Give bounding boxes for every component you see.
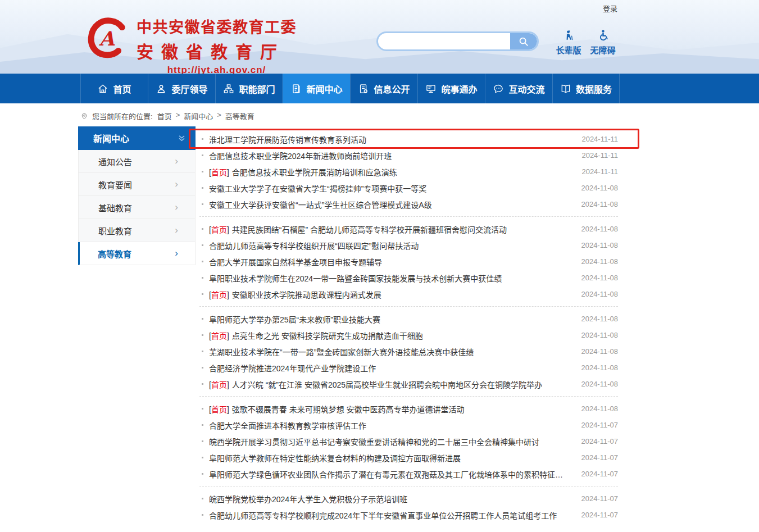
news-date: 2024-11-07 [570,511,618,519]
sidebar-item-1[interactable]: 教育要闻› [78,173,196,196]
news-date: 2024-11-08 [570,347,618,356]
front-page-tag: [首页] [209,289,229,300]
accessibility-button[interactable]: 无障碍 [585,28,620,56]
nav-item-1[interactable]: 委厅领导 [148,74,215,103]
tag-close-bracket: ] [227,331,229,340]
news-date: 2024-11-08 [570,290,618,298]
news-list: 淮北理工学院开展防范传销宣传教育系列活动2024-11-11合肥信息技术职业学院… [199,126,618,527]
news-title[interactable]: 皖西学院党校举办2024年大学生入党积极分子示范培训班 [209,493,407,504]
news-group-2: 阜阳师范大学举办第25届“未来教师”职业技能大赛2024-11-08[首页]点亮… [199,306,618,396]
news-title[interactable]: 合肥幼儿师范高等专科学校组织开展“四联四定”慰问帮扶活动 [209,240,419,251]
sidebar-header[interactable]: 新闻中心 [78,126,196,150]
news-item[interactable]: 合肥大学全面推进本科教育教学审核评估工作2024-11-07 [199,417,618,433]
news-title[interactable]: 芜湖职业技术学院在“一带一路”暨金砖国家创新大赛外语技能总决赛中获佳绩 [209,346,474,357]
news-item[interactable]: [首页]合肥信息技术职业学院开展消防培训和应急演练2024-11-11 [199,163,618,180]
news-item[interactable]: [首页]安徽职业技术学院推动思政课程内涵式发展2024-11-08 [199,286,618,302]
org-title-line1: 中共安徽省委教育工委 [137,15,297,37]
login-link[interactable]: 登录 [603,3,617,13]
news-item[interactable]: 安徽工业大学获评安徽省“一站式”学生社区综合管理模式建设A级2024-11-08 [199,196,618,212]
news-date: 2024-11-08 [570,184,618,192]
wheelchair-icon [585,28,620,42]
news-title[interactable]: 合肥信息技术职业学院2024年新进教师岗前培训开班 [209,150,392,161]
news-item[interactable]: 合肥经济学院推进2024年现代产业学院建设工作2024-11-08 [199,360,618,376]
news-title[interactable]: 合肥信息技术职业学院开展消防培训和应急演练 [232,166,397,178]
news-item[interactable]: 阜阳师范大学举办第25届“未来教师”职业技能大赛2024-11-08 [199,311,618,327]
news-title[interactable]: 皖西学院开展学习贯彻习近平总书记考察安徽重要讲话精神和党的二十届三中全会精神集中… [209,436,539,447]
breadcrumb-separator: > [217,111,221,121]
search-button[interactable] [510,33,537,49]
news-title[interactable]: 弦歌不辍展青春 未来可期筑梦想 安徽中医药高专举办道德讲堂活动 [232,403,465,415]
elder-version-button[interactable]: 长辈版 [551,28,586,56]
breadcrumb-item-2[interactable]: 高等教育 [225,111,254,121]
news-title[interactable]: 淮北理工学院开展防范传销宣传教育系列活动 [209,134,366,145]
news-item[interactable]: 合肥幼儿师范高等专科学校组织开展“四联四定”慰问帮扶活动2024-11-08 [199,237,618,253]
nav-item-5[interactable]: 皖事通办 [417,74,485,103]
news-title[interactable]: 阜阳师范大学教师在特定性能纳米复合材料的构建及调控方面取得新进展 [209,452,461,463]
news-doc-icon [290,83,302,94]
nav-item-6[interactable]: 互动交流 [485,74,552,103]
chevron-right-icon: › [175,156,178,167]
news-item[interactable]: 阜阳师范大学教师在特定性能纳米复合材料的构建及调控方面取得新进展2024-11-… [199,449,618,466]
info-doc-icon [358,83,369,94]
news-item[interactable]: 安徽工业大学学子在安徽省大学生“揭榜挂帅”专项赛中获一等奖2024-11-08 [199,180,618,196]
tag-close-bracket: ] [227,405,229,414]
sidebar-item-4[interactable]: 高等教育› [78,242,196,265]
nav-item-2[interactable]: 职能部门 [215,74,283,103]
news-title[interactable]: 合肥经济学院推进2024年现代产业学院建设工作 [209,362,376,374]
bullet-dot [202,203,203,205]
news-title[interactable]: 安徽工业大学获评安徽省“一站式”学生社区综合管理模式建设A级 [209,199,432,210]
news-title[interactable]: 合肥大学开展国家自然科学基金项目申报专题辅导 [209,256,382,267]
bullet-dot [202,261,203,262]
news-item[interactable]: 合肥大学开展国家自然科学基金项目申报专题辅导2024-11-08 [199,253,618,270]
bullet-dot [202,457,203,458]
news-title[interactable]: 安徽工业大学学子在安徽省大学生“揭榜挂帅”专项赛中获一等奖 [209,183,426,194]
news-item[interactable]: 合肥信息技术职业学院2024年新进教师岗前培训开班2024-11-11 [199,147,618,163]
news-item[interactable]: 皖西学院开展学习贯彻习近平总书记考察安徽重要讲话精神和党的二十届三中全会精神集中… [199,433,618,449]
news-title[interactable]: 点亮生命之光 安徽科技学院研究生成功捐献造血干细胞 [232,330,423,341]
breadcrumb-item-0[interactable]: 首页 [157,111,172,121]
sidebar-title: 新闻中心 [93,131,129,145]
svg-text:A: A [99,27,116,50]
news-item[interactable]: [首页]共建民族团结“石榴屋” 合肥幼儿师范高等专科学校开展新疆班宿舍慰问交流活… [199,221,618,237]
search-input[interactable] [378,33,510,49]
nav-item-0[interactable]: 首页 [80,74,148,103]
breadcrumb-item-1[interactable]: 新闻中心 [184,111,213,121]
news-item[interactable]: [首页]点亮生命之光 安徽科技学院研究生成功捐献造血干细胞2024-11-08 [199,327,618,343]
bullet-dot [202,171,203,172]
news-title[interactable]: 合肥幼儿师范高等专科学校顺利完成2024年下半年安徽省直事业单位公开招聘工作人员… [209,510,557,521]
bullet-dot [202,138,203,140]
nav-item-7[interactable]: 数据服务 [552,74,620,103]
site-logo-icon: A [83,15,130,60]
search-bar [376,31,539,51]
nav-item-label: 新闻中心 [306,82,342,96]
bullet-dot [202,383,203,385]
news-item[interactable]: [首页]弦歌不辍展青春 未来可期筑梦想 安徽中医药高专举办道德讲堂活动2024-… [199,401,618,417]
news-item[interactable]: 淮北理工学院开展防范传销宣传教育系列活动2024-11-11 [199,131,618,147]
nav-item-3[interactable]: 新闻中心 [283,74,350,103]
site-logo-link[interactable]: A 中共安徽省委教育工委 安徽省教育厅 http://jyt.ah.gov.cn… [83,15,297,74]
news-item[interactable]: 阜阳师范大学绿色循环农业团队合作揭示了潜在有毒元素在双孢菇及其工厂化栽培体系中的… [199,466,618,482]
content-area: 新闻中心 通知公告›教育要闻›基础教育›职业教育›高等教育› 淮北理工学院开展防… [78,126,618,527]
news-title[interactable]: 人才兴皖 “就”在江淮 安徽省2025届高校毕业生就业招聘会皖中南地区分会在铜陵… [232,379,542,390]
news-item[interactable]: 皖西学院党校举办2024年大学生入党积极分子示范培训班2024-11-07 [199,490,618,507]
news-date: 2024-11-07 [570,470,618,478]
news-item[interactable]: [首页]人才兴皖 “就”在江淮 安徽省2025届高校毕业生就业招聘会皖中南地区分… [199,376,618,392]
org-chart-icon [223,83,234,94]
news-title[interactable]: 阜阳职业技术学院师生在2024一带一路暨金砖国家技能发展与技术创新大赛中获佳绩 [209,272,502,284]
sidebar-item-0[interactable]: 通知公告› [78,150,196,173]
news-title[interactable]: 安徽职业技术学院推动思政课程内涵式发展 [232,289,381,300]
news-item[interactable]: 芜湖职业技术学院在“一带一路”暨金砖国家创新大赛外语技能总决赛中获佳绩2024-… [199,343,618,360]
news-item[interactable]: 阜阳职业技术学院师生在2024一带一路暨金砖国家技能发展与技术创新大赛中获佳绩2… [199,270,618,286]
sidebar-item-3[interactable]: 职业教育› [78,219,196,242]
news-item[interactable]: 合肥幼儿师范高等专科学校顺利完成2024年下半年安徽省直事业单位公开招聘工作人员… [199,507,618,523]
bullet-dot [202,277,203,279]
news-title[interactable]: 阜阳师范大学举办第25届“未来教师”职业技能大赛 [209,313,380,325]
elder-version-label: 长辈版 [551,44,586,56]
nav-item-4[interactable]: 信息公开 [350,74,417,103]
news-title[interactable]: 阜阳师范大学绿色循环农业团队合作揭示了潜在有毒元素在双孢菇及其工厂化栽培体系中的… [209,469,570,480]
news-title[interactable]: 合肥大学全面推进本科教育教学审核评估工作 [209,420,366,431]
news-title[interactable]: 共建民族团结“石榴屋” 合肥幼儿师范高等专科学校开展新疆班宿舍慰问交流活动 [232,224,507,235]
sidebar-item-2[interactable]: 基础教育› [78,196,196,219]
news-date: 2024-11-08 [570,331,618,339]
nav-item-label: 互动交流 [508,82,544,96]
